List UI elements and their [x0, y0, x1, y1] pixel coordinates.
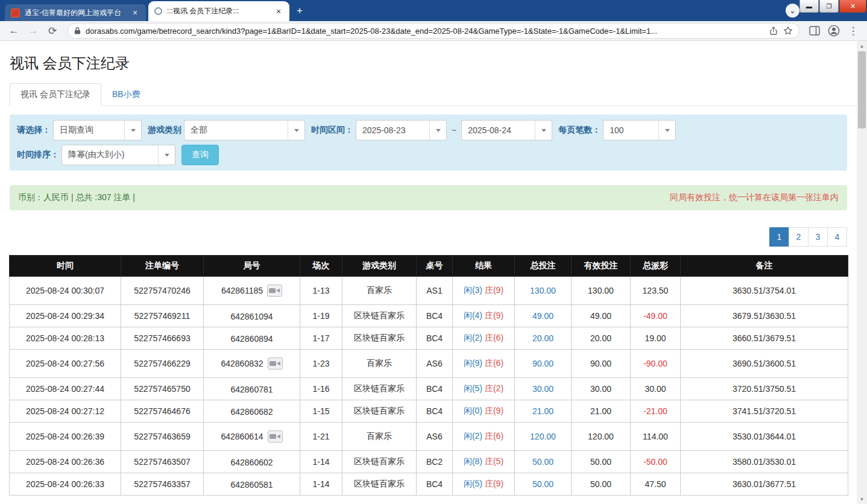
- tab-betrecord[interactable]: 视讯 会员下注纪录: [10, 83, 101, 106]
- query-type-select[interactable]: 日期查询: [53, 120, 142, 140]
- sort-value: 降幂(由大到小): [68, 150, 124, 160]
- tab-search-chevron-icon[interactable]: ⌄: [786, 4, 799, 17]
- browser-menu-icon[interactable]: ⋮: [845, 23, 861, 39]
- video-replay-icon[interactable]: [268, 358, 283, 370]
- browser-tab-betrecord[interactable]: :::视讯 会员下注纪录::: ×: [148, 1, 289, 21]
- total-bet-link[interactable]: 21.00: [532, 406, 553, 416]
- browser-tab-bar: 通宝-信誉最好的网上游戏平台 × :::视讯 会员下注纪录::: × + ⌄ ▬…: [0, 0, 867, 21]
- table-no-cell: AS1: [417, 277, 453, 305]
- player-result: 闲(5): [464, 383, 482, 393]
- session-cell: 1-15: [300, 400, 342, 423]
- total-bet-link[interactable]: 30.00: [532, 384, 553, 394]
- table-no-cell: BC4: [417, 378, 453, 400]
- video-replay-icon[interactable]: [267, 285, 282, 297]
- profile-avatar-icon[interactable]: [826, 23, 842, 39]
- table-row: 2025-08-24 00:28:13 522757466693 6428608…: [10, 327, 848, 350]
- side-panel-icon[interactable]: [807, 23, 822, 39]
- total-bet-cell: 30.00: [515, 378, 572, 400]
- video-replay-icon[interactable]: [268, 430, 283, 443]
- player-result: 闲(2): [464, 431, 482, 441]
- session-cell: 1-14: [300, 451, 342, 473]
- table-no-cell: BC4: [417, 305, 453, 327]
- window-minimize-button[interactable]: ▬: [799, 0, 819, 13]
- game-type-select[interactable]: 全部: [184, 120, 305, 140]
- forward-button[interactable]: →: [25, 23, 41, 39]
- round-number: 642860581: [230, 480, 273, 490]
- result-cell: 闲(9) 庄(6): [453, 350, 515, 378]
- new-tab-button[interactable]: +: [292, 3, 307, 19]
- total-bet-link[interactable]: 50.00: [532, 479, 553, 489]
- table-no-cell: BC4: [417, 473, 453, 496]
- total-bet-cell: 20.00: [515, 327, 572, 350]
- page-scrollbar[interactable]: ▲ ▼: [857, 41, 867, 504]
- result-cell: 闲(3) 庄(9): [453, 277, 515, 305]
- page-number-button[interactable]: 2: [789, 227, 809, 247]
- per-page-label: 每页笔数：: [558, 125, 601, 136]
- valid-bet-cell: 20.00: [572, 327, 631, 350]
- page-number-button[interactable]: 3: [808, 227, 828, 247]
- address-bar[interactable]: dorasabs.com/game/betrecord_search/kind3…: [68, 23, 799, 39]
- chevron-down-icon[interactable]: [535, 120, 552, 140]
- player-result: 闲(5): [464, 479, 482, 488]
- bookmark-star-icon[interactable]: [783, 26, 793, 36]
- result-cell: 闲(2) 庄(6): [453, 327, 515, 350]
- total-bet-link[interactable]: 20.00: [532, 333, 553, 343]
- scroll-up-arrow[interactable]: ▲: [857, 41, 867, 51]
- table-header-cell: 备注: [681, 256, 848, 277]
- total-bet-link[interactable]: 50.00: [532, 457, 553, 467]
- chevron-down-icon[interactable]: [658, 120, 676, 140]
- bet-id-cell: 522757469211: [121, 305, 204, 327]
- table-header-cell: 总派彩: [631, 256, 681, 277]
- page-number-button[interactable]: 1: [769, 227, 789, 247]
- window-maximize-button[interactable]: ❐: [819, 0, 839, 13]
- table-row: 2025-08-24 00:27:56 522757466229 6428608…: [10, 350, 848, 378]
- banker-result: 庄(9): [485, 285, 503, 295]
- scroll-down-arrow[interactable]: ▼: [857, 494, 867, 504]
- game-type-value: 全部: [191, 125, 207, 136]
- search-button[interactable]: 查询: [181, 145, 219, 165]
- time-cell: 2025-08-24 00:26:39: [10, 423, 121, 451]
- scrollbar-thumb[interactable]: [858, 51, 866, 128]
- time-cell: 2025-08-24 00:26:33: [10, 473, 121, 496]
- date-end-input[interactable]: 2025-08-24: [461, 120, 552, 140]
- game-type-cell: 区块链百家乐: [342, 378, 417, 400]
- chevron-down-icon[interactable]: [288, 120, 305, 140]
- total-bet-link[interactable]: 130.00: [530, 286, 556, 295]
- table-header-row: 时间注单编号局号场次游戏类别桌号结果总投注有效投注总派彩备注: [10, 256, 848, 277]
- valid-bet-cell: 21.00: [572, 400, 631, 423]
- table-row: 2025-08-24 00:26:39 522757463659 6428606…: [10, 423, 848, 451]
- sort-select[interactable]: 降幂(由大到小): [61, 145, 175, 165]
- chevron-down-icon[interactable]: [429, 120, 447, 140]
- browser-tab-tongbao[interactable]: 通宝-信誉最好的网上游戏平台 ×: [5, 4, 146, 21]
- game-type-cell: 区块链百家乐: [342, 327, 417, 350]
- total-bet-link[interactable]: 90.00: [532, 359, 553, 368]
- total-bet-link[interactable]: 49.00: [532, 311, 553, 321]
- valid-bet-cell: 120.00: [572, 423, 631, 451]
- window-close-button[interactable]: ✕: [839, 0, 866, 13]
- table-row: 2025-08-24 00:27:44 522757465750 6428607…: [10, 378, 848, 400]
- round-number: 642860682: [230, 407, 273, 417]
- payout-cell: 47.50: [631, 473, 681, 496]
- tab-close-icon[interactable]: ×: [130, 8, 140, 17]
- session-cell: 1-21: [300, 423, 342, 451]
- chevron-down-icon[interactable]: [158, 145, 175, 165]
- page-title: 视讯 会员下注纪录: [10, 54, 857, 73]
- total-bet-link[interactable]: 120.00: [530, 432, 556, 441]
- page-number-button[interactable]: 4: [827, 227, 847, 247]
- player-result: 闲(8): [464, 456, 482, 466]
- refresh-button[interactable]: ⟳: [45, 23, 60, 39]
- back-button[interactable]: ←: [6, 23, 22, 39]
- table-header-cell: 有效投注: [572, 256, 631, 277]
- tab-bb-tip[interactable]: BB小费: [101, 83, 151, 106]
- payout-cell: 123.50: [631, 277, 681, 305]
- site-info-lock-icon[interactable]: [74, 27, 81, 35]
- round-cell: 642860614: [204, 423, 300, 451]
- total-bet-cell: 50.00: [515, 473, 572, 496]
- share-icon[interactable]: [769, 26, 778, 36]
- pagination: 1234: [0, 227, 847, 247]
- chevron-down-icon[interactable]: [124, 120, 142, 140]
- round-number: 642861185: [221, 286, 263, 295]
- date-start-input[interactable]: 2025-08-23: [356, 120, 447, 140]
- tab-close-icon[interactable]: ×: [274, 7, 283, 16]
- per-page-select[interactable]: 100: [603, 120, 676, 140]
